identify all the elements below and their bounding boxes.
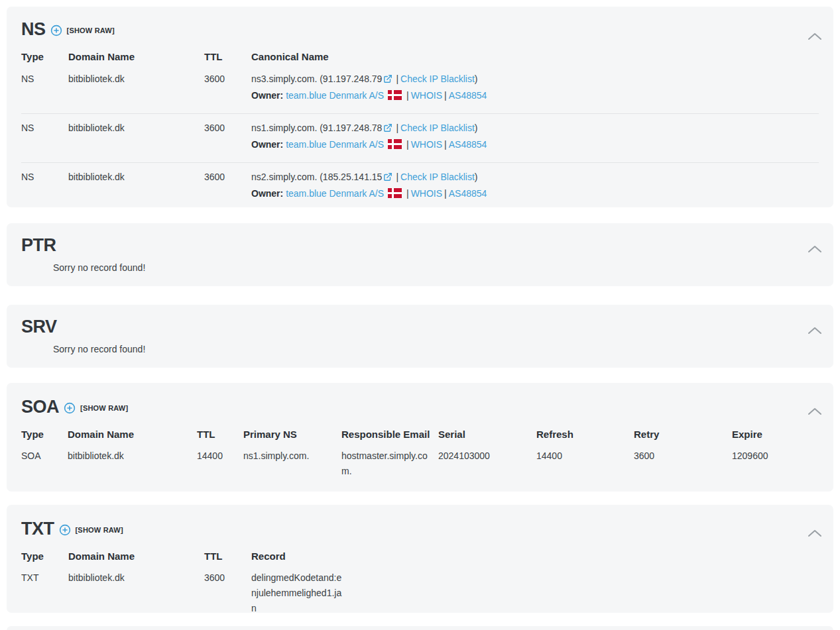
owner-line: Owner: team.blue Denmark A/S|WHOIS|AS488…: [251, 137, 811, 154]
record-retry: 3600: [634, 448, 732, 479]
owner-line: Owner: team.blue Denmark A/S|WHOIS|AS488…: [251, 88, 811, 105]
column-header-retry: Retry: [634, 429, 732, 440]
record-refresh: 14400: [536, 448, 634, 479]
txt-section-header: TXT [SHOW RAW]: [21, 519, 819, 539]
record-domain: bitbibliotek.dk: [68, 121, 204, 154]
column-header-serial: Serial: [438, 429, 536, 440]
show-raw-toggle[interactable]: [SHOW RAW]: [76, 526, 123, 534]
collapse-chevron-up-icon[interactable]: [808, 529, 822, 539]
separator: |: [394, 74, 400, 84]
record-type: TXT: [21, 570, 68, 613]
no-record-message: Sorry no record found!: [53, 344, 819, 354]
column-header-ttl: TTL: [204, 51, 251, 62]
external-link-icon[interactable]: [383, 122, 392, 137]
collapse-chevron-up-icon[interactable]: [808, 326, 822, 337]
canonical-line: ns2.simply.com. (185.25.141.15|Check IP …: [251, 170, 811, 186]
column-header-canonical: Canonical Name: [251, 51, 819, 62]
ns-table-header: Type Domain Name TTL Canonical Name: [21, 51, 819, 62]
owner-label: Owner:: [251, 90, 283, 101]
txt-section-title: TXT: [21, 519, 54, 539]
collapse-chevron-up-icon[interactable]: [808, 244, 822, 255]
record-type: NS: [21, 72, 68, 105]
external-link-icon[interactable]: [383, 73, 392, 88]
record-canonical: ns2.simply.com. (185.25.141.15|Check IP …: [251, 170, 819, 203]
whois-link[interactable]: WHOIS: [411, 188, 442, 199]
close-paren: ): [475, 123, 478, 133]
separator: |: [442, 90, 449, 101]
show-raw-toggle[interactable]: [SHOW RAW]: [80, 404, 128, 412]
show-raw-toggle[interactable]: [SHOW RAW]: [67, 26, 115, 34]
owner-label: Owner:: [251, 188, 283, 199]
soa-section-header: SOA [SHOW RAW]: [21, 397, 819, 417]
record-primary-ns: ns1.simply.com.: [243, 448, 341, 479]
column-header-type: Type: [21, 429, 68, 440]
expand-plus-icon[interactable]: [59, 524, 71, 536]
collapse-chevron-up-icon[interactable]: [808, 32, 822, 42]
ns-section: NS [SHOW RAW] Type Domain Name TTL Canon…: [7, 7, 833, 207]
table-row: SOA bitbibliotek.dk 14400 ns1.simply.com…: [21, 448, 819, 479]
record-type: NS: [21, 170, 68, 203]
record-domain: bitbibliotek.dk: [68, 448, 197, 479]
expand-plus-icon[interactable]: [50, 25, 62, 36]
owner-link[interactable]: team.blue Denmark A/S: [286, 90, 384, 101]
soa-section: SOA [SHOW RAW] Type Domain Name TTL Prim…: [7, 383, 833, 492]
column-header-domain: Domain Name: [68, 429, 197, 440]
external-link-icon[interactable]: [383, 171, 392, 186]
denmark-flag-icon: [388, 89, 402, 105]
denmark-flag-icon: [388, 138, 402, 154]
canonical-line: ns3.simply.com. (91.197.248.79|Check IP …: [251, 72, 811, 88]
record-responsible-email: hostmaster.simply.com.: [341, 448, 438, 479]
separator: |: [404, 139, 411, 150]
host-and-ip: ns3.simply.com. (91.197.248.79: [251, 74, 382, 84]
owner-link[interactable]: team.blue Denmark A/S: [286, 139, 384, 150]
column-header-domain: Domain Name: [68, 551, 204, 562]
srv-section: SRV Sorry no record found!: [7, 305, 833, 368]
column-header-record: Record: [251, 551, 819, 562]
ns-section-header: NS [SHOW RAW]: [21, 20, 819, 40]
asn-link[interactable]: AS48854: [449, 188, 487, 199]
asn-link[interactable]: AS48854: [449, 139, 487, 150]
expand-plus-icon[interactable]: [64, 402, 76, 414]
soa-section-title: SOA: [21, 397, 59, 417]
txt-section: TXT [SHOW RAW] Type Domain Name TTL Reco…: [7, 505, 833, 613]
check-ip-blacklist-link[interactable]: Check IP Blacklist: [400, 123, 475, 133]
record-ttl: 3600: [204, 121, 251, 154]
column-header-primary-ns: Primary NS: [243, 429, 341, 440]
soa-table-header: Type Domain Name TTL Primary NS Responsi…: [21, 429, 819, 440]
owner-link[interactable]: team.blue Denmark A/S: [286, 188, 384, 199]
ptr-section-header: PTR: [21, 236, 819, 256]
table-row: NS bitbibliotek.dk 3600 ns1.simply.com. …: [21, 114, 819, 163]
record-canonical: ns3.simply.com. (91.197.248.79|Check IP …: [251, 72, 819, 105]
owner-label: Owner:: [251, 139, 283, 150]
ptr-section: PTR Sorry no record found!: [7, 223, 833, 286]
column-header-ttl: TTL: [197, 429, 243, 440]
record-value: delingmedKodetand:enjulehemmelighed1.jan: [251, 570, 354, 613]
column-header-domain: Domain Name: [68, 51, 204, 62]
separator: |: [442, 188, 449, 199]
separator: |: [404, 90, 411, 101]
record-domain: bitbibliotek.dk: [68, 570, 204, 613]
check-ip-blacklist-link[interactable]: Check IP Blacklist: [400, 74, 475, 84]
whois-link[interactable]: WHOIS: [411, 139, 442, 150]
srv-section-title: SRV: [21, 317, 57, 337]
column-header-type: Type: [21, 51, 68, 62]
separator: |: [394, 172, 400, 182]
record-ttl: 14400: [197, 448, 243, 479]
record-ttl: 3600: [204, 170, 251, 203]
record-ttl: 3600: [204, 72, 251, 105]
check-ip-blacklist-link[interactable]: Check IP Blacklist: [400, 172, 475, 182]
column-header-expire: Expire: [732, 429, 819, 440]
whois-link[interactable]: WHOIS: [411, 90, 442, 101]
separator: |: [404, 188, 411, 199]
record-type: SOA: [21, 448, 68, 479]
collapse-chevron-up-icon[interactable]: [808, 407, 822, 417]
record-type: NS: [21, 121, 68, 154]
column-header-responsible-email: Responsible Email: [341, 429, 438, 440]
record-ttl: 3600: [204, 570, 251, 613]
column-header-refresh: Refresh: [536, 429, 634, 440]
record-serial: 2024103000: [438, 448, 536, 479]
table-row: TXT bitbibliotek.dk 3600 delingmedKodeta…: [21, 570, 819, 613]
column-header-type: Type: [21, 551, 68, 562]
asn-link[interactable]: AS48854: [449, 90, 487, 101]
host-and-ip: ns1.simply.com. (91.197.248.78: [251, 123, 382, 133]
